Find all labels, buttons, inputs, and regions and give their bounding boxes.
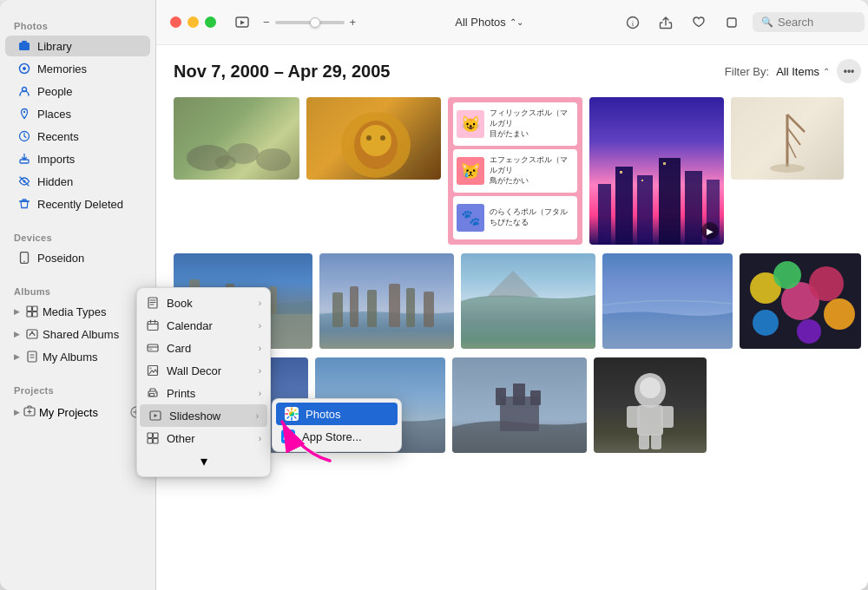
zoom-plus-button[interactable]: + <box>348 16 358 29</box>
sidebar-group-media-types[interactable]: ▶ Media Types <box>5 301 150 322</box>
search-icon: 🔍 <box>761 16 773 28</box>
sidebar-item-poseidon[interactable]: Poseidon <box>5 247 150 268</box>
date-range: Nov 7, 2000 – Apr 29, 2005 <box>174 62 390 82</box>
card-row-3: 🐾 のらくろポル（フタル ちびたなる <box>453 196 577 239</box>
photo-row-1: 😺 フィリックスポル（マルガリ 目がたまい 😿 エフェックスポル（マルガリ 鳥が… <box>174 97 861 245</box>
svg-rect-37 <box>149 349 153 351</box>
slideshow-toolbar-button[interactable] <box>230 10 254 35</box>
card-row-2: 😿 エフェックスポル（マルガリ 鳥がたかい <box>453 149 577 193</box>
sidebar-group-my-albums[interactable]: ▶ My Albums <box>5 346 150 367</box>
svg-rect-108 <box>496 388 506 405</box>
svg-rect-95 <box>367 290 377 327</box>
memories-icon <box>17 62 31 75</box>
minimize-button[interactable] <box>187 16 199 28</box>
sidebar-item-library[interactable]: Library <box>5 36 150 56</box>
sidebar-item-memories-label: Memories <box>37 62 87 75</box>
photo-lion[interactable] <box>306 97 441 180</box>
wall-decor-icon <box>146 364 156 377</box>
favorite-button[interactable] <box>687 10 711 35</box>
sidebar-item-people-label: People <box>37 85 72 98</box>
photo-pink-card[interactable]: 😺 フィリックスポル（マルガリ 目がたまい 😿 エフェックスポル（マルガリ 鳥が… <box>448 97 582 245</box>
zoom-slider[interactable] <box>275 21 345 24</box>
recents-icon <box>17 129 31 143</box>
sidebar-group-shared-albums[interactable]: ▶ Shared Albums <box>5 324 150 344</box>
filter-dropdown[interactable]: All Items ⌃ <box>776 65 830 78</box>
svg-rect-1 <box>22 41 27 43</box>
photo-castle[interactable] <box>452 357 587 453</box>
ctx-item-prints[interactable]: Prints › <box>137 382 156 404</box>
my-projects-label: My Projects <box>39 406 98 419</box>
ctx-item-slideshow[interactable]: Slideshow › <box>140 404 156 427</box>
all-photos-dropdown[interactable]: All Photos ⌃⌄ <box>448 13 530 31</box>
photo-row-2 <box>174 253 861 349</box>
sidebar-item-memories[interactable]: Memories <box>5 58 150 79</box>
svg-rect-94 <box>350 286 358 327</box>
svg-point-3 <box>23 67 26 70</box>
svg-rect-13 <box>27 306 32 311</box>
ctx-item-other[interactable]: Other › <box>137 427 156 449</box>
all-photos-label: All Photos <box>455 16 506 29</box>
svg-marker-44 <box>155 414 157 417</box>
other-icon <box>146 431 156 445</box>
photo-astronaut[interactable] <box>594 357 707 453</box>
photo-rock-garden[interactable] <box>174 97 299 180</box>
rotate-button[interactable] <box>720 10 744 35</box>
svg-point-5 <box>23 111 25 113</box>
sidebar-item-people[interactable]: People <box>5 81 150 102</box>
sidebar-group-my-projects[interactable]: ▶ My Projects <box>5 400 150 424</box>
svg-rect-76 <box>637 175 653 245</box>
svg-rect-81 <box>663 162 666 165</box>
card-thumb-2: 😿 <box>457 157 484 185</box>
app-window: Photos Library Memories <box>0 0 868 590</box>
content-header: Nov 7, 2000 – Apr 29, 2005 Filter By: Al… <box>174 59 861 83</box>
sidebar-item-recents[interactable]: Recents <box>5 126 150 147</box>
recently-deleted-icon <box>17 197 31 211</box>
svg-rect-96 <box>389 284 400 327</box>
sidebar-item-poseidon-label: Poseidon <box>37 252 84 265</box>
search-box: 🔍 <box>753 12 865 32</box>
svg-text:i: i <box>632 19 635 28</box>
info-button[interactable]: i <box>621 10 645 35</box>
svg-point-73 <box>380 135 385 141</box>
photo-sticks[interactable] <box>731 97 844 180</box>
photo-city-night[interactable]: ▶ <box>589 97 724 245</box>
svg-point-68 <box>215 155 236 169</box>
sidebar-item-places[interactable]: Places <box>5 103 150 124</box>
photo-ocean-blue[interactable] <box>602 253 733 349</box>
photo-colorful[interactable] <box>740 253 861 349</box>
devices-section-label: Devices <box>0 220 155 246</box>
ctx-item-wall-decor[interactable]: Wall Decor › <box>137 359 156 382</box>
svg-rect-74 <box>598 184 611 245</box>
svg-rect-46 <box>154 433 157 438</box>
close-button[interactable] <box>170 16 181 28</box>
sidebar: Photos Library Memories <box>0 0 156 590</box>
ctx-item-calendar[interactable]: Calendar › <box>137 314 156 337</box>
svg-rect-77 <box>659 158 681 245</box>
svg-rect-0 <box>19 43 30 50</box>
share-button[interactable] <box>654 10 678 35</box>
sidebar-item-imports[interactable]: Imports <box>5 148 150 169</box>
svg-rect-75 <box>615 167 633 245</box>
shared-albums-icon <box>25 327 39 341</box>
ctx-item-card[interactable]: Card › <box>137 337 156 359</box>
more-options-button[interactable]: ••• <box>837 59 861 83</box>
search-input[interactable] <box>778 16 856 29</box>
sidebar-item-library-label: Library <box>37 40 72 53</box>
zoom-minus-button[interactable]: − <box>261 16 272 29</box>
context-menu-down-button[interactable]: ▾ <box>137 449 156 473</box>
svg-rect-114 <box>627 406 640 428</box>
window-controls <box>170 16 216 28</box>
maximize-button[interactable] <box>205 16 216 28</box>
sidebar-group-my-albums-label: My Albums <box>43 351 98 364</box>
slideshow-ctx-icon <box>148 409 156 423</box>
zoom-slider-thumb[interactable] <box>310 17 320 28</box>
photo-cape-mountain[interactable] <box>461 253 595 349</box>
my-projects-icon <box>23 405 36 420</box>
svg-point-67 <box>256 148 291 171</box>
sidebar-item-recently-deleted[interactable]: Recently Deleted <box>5 193 150 214</box>
ctx-item-book[interactable]: Book › <box>137 292 156 314</box>
media-types-icon <box>25 305 39 318</box>
photo-twelve-apostles[interactable] <box>319 253 454 349</box>
sidebar-item-hidden[interactable]: Hidden <box>5 171 150 192</box>
svg-point-12 <box>23 261 25 263</box>
